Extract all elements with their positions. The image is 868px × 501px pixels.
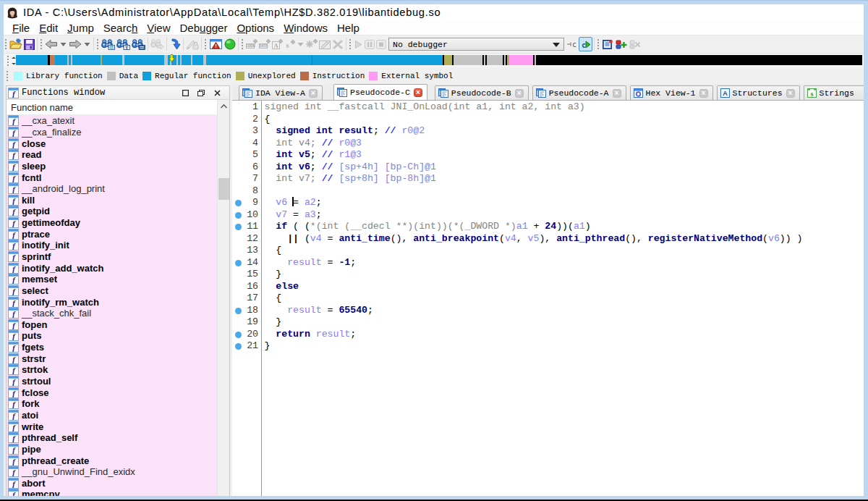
debug-play-icon[interactable] — [353, 37, 364, 51]
function-row[interactable]: f abort — [7, 478, 218, 489]
save-file-icon[interactable] — [23, 37, 35, 51]
combo-dropdown-arrow-icon[interactable] — [553, 43, 560, 47]
code-line[interactable]: 8 — [232, 185, 864, 198]
maximize-button[interactable] — [177, 88, 193, 98]
nav-forward-icon[interactable] — [68, 37, 82, 51]
run-analysis-icon[interactable] — [224, 37, 237, 51]
toolbar-drag-handle[interactable] — [40, 38, 43, 51]
function-row[interactable]: f fork — [7, 398, 218, 410]
make-array-icon[interactable] — [305, 37, 318, 51]
tab-close-icon[interactable]: × — [613, 89, 621, 98]
code-line[interactable]: 18 result = 65540; — [232, 305, 864, 317]
menu-windows[interactable]: Windows — [284, 22, 328, 34]
functions-scrollbar[interactable] — [217, 100, 229, 496]
menu-search[interactable]: Search — [103, 22, 138, 34]
function-row[interactable]: f getpid — [7, 206, 218, 217]
function-row[interactable]: f gettimeofday — [7, 217, 218, 229]
tab-pseudocode-c[interactable]: Pseudocode-C× — [333, 84, 427, 100]
toolbar-drag-handle[interactable] — [349, 38, 352, 51]
code-line[interactable]: 7 int v7; // [sp+8h] [bp-8h]@1 — [232, 173, 864, 185]
segments-list-icon[interactable] — [601, 37, 614, 51]
function-row[interactable]: f write — [7, 421, 218, 432]
tab-pseudocode-b[interactable]: Pseudocode-B× — [435, 85, 529, 100]
code-line[interactable]: 6 int v6; // [sp+4h] [bp-Ch]@1 — [232, 161, 864, 174]
delete-breakpoint-icon[interactable] — [628, 37, 642, 51]
function-row[interactable]: f select — [7, 285, 218, 297]
tab-hex-view-1[interactable]: Hex View-1× — [630, 85, 713, 100]
function-row[interactable]: f puts — [7, 330, 218, 342]
code-line[interactable]: 11 if ( (*(int (__cdecl **)(int))(*(_DWO… — [232, 221, 864, 233]
function-row[interactable]: f sprintf — [7, 251, 218, 263]
menu-options[interactable]: Options — [237, 22, 274, 34]
search-next-icon[interactable] — [150, 37, 165, 51]
scrollbar-thumb[interactable] — [218, 178, 229, 200]
function-row[interactable]: f __android_log_print — [7, 183, 218, 195]
menu-help[interactable]: Help — [337, 22, 359, 34]
function-row[interactable]: f memset — [7, 274, 218, 285]
code-line[interactable]: 12 || (v4 = anti_time(), anti_breakpoint… — [232, 233, 864, 245]
tab-close-icon[interactable]: × — [699, 89, 708, 98]
tab-close-icon[interactable]: × — [786, 89, 795, 98]
function-name-column-header[interactable]: Function name — [7, 100, 218, 115]
menu-view[interactable]: View — [147, 22, 170, 34]
code-line[interactable]: 3 signed int result; // r0@2 — [232, 125, 864, 138]
function-row[interactable]: f strtoul — [7, 376, 218, 387]
function-row[interactable]: f pthread_create — [7, 455, 218, 466]
nav-back-dropdown-icon[interactable] — [59, 37, 68, 51]
code-line[interactable]: 10 v7 = a3; — [232, 209, 864, 222]
undo-lock-icon[interactable] — [185, 37, 200, 51]
legend-drag-handle[interactable] — [6, 70, 9, 83]
code-line[interactable]: 9 v6 = a2; — [232, 197, 864, 209]
function-row[interactable]: f strstr — [7, 353, 218, 364]
navband-position-marker-icon[interactable] — [169, 54, 175, 62]
make-string-icon[interactable]: s — [284, 37, 296, 51]
function-row[interactable]: f memcpy — [7, 489, 218, 496]
function-row[interactable]: f fcntl — [7, 172, 218, 183]
functions-window-titlebar[interactable]: f Functions window — [7, 86, 229, 100]
debug-stop-icon[interactable] — [375, 37, 387, 51]
code-line[interactable]: 4 int v4; // r0@3 — [232, 138, 864, 150]
pseudocode-view[interactable]: 1signed int __fastcall JNI_OnLoad(int a1… — [232, 101, 864, 496]
function-row[interactable]: f pthread_self — [7, 432, 218, 444]
function-row[interactable]: f inotify_add_watch — [7, 262, 218, 274]
search-highlight-icon[interactable] — [131, 37, 146, 51]
quick-run-icon[interactable]: c — [579, 37, 592, 51]
toolbar-drag-handle[interactable] — [4, 38, 8, 51]
code-line[interactable]: 20 return result; — [232, 329, 864, 341]
menu-jump[interactable]: Jump — [67, 22, 94, 34]
title-bar[interactable]: IDA - C:\Users\Administrator\AppData\Loc… — [4, 4, 864, 20]
string-dropdown-icon[interactable] — [296, 37, 305, 51]
search-text-icon[interactable]: T — [116, 37, 131, 51]
function-row[interactable]: f strtok — [7, 364, 218, 376]
function-row[interactable]: f fgets — [7, 342, 218, 353]
toolbar-drag-handle[interactable] — [204, 38, 208, 51]
code-line[interactable]: 21} — [232, 340, 864, 353]
navband-drag-handle[interactable] — [7, 54, 10, 67]
navigation-band[interactable] — [16, 55, 862, 65]
function-row[interactable]: f fopen — [7, 319, 218, 331]
edit-comment-icon[interactable] — [318, 37, 331, 51]
code-line[interactable]: 16 else — [232, 281, 864, 293]
code-line[interactable]: 2{ — [232, 114, 864, 126]
jump-address-icon[interactable] — [169, 37, 182, 51]
function-row[interactable]: f __gnu_Unwind_Find_exidx — [7, 466, 218, 478]
add-breakpoint-icon[interactable] — [614, 37, 628, 51]
function-row[interactable]: f __stack_chk_fail — [7, 308, 218, 319]
menu-debugger[interactable]: Debugger — [180, 22, 228, 34]
function-row[interactable]: f read — [7, 149, 218, 161]
function-row[interactable]: f inotify_init — [7, 240, 218, 251]
make-data-icon[interactable]: DATA — [258, 37, 271, 51]
tab-close-icon[interactable]: × — [309, 89, 318, 98]
code-line[interactable]: 17 { — [232, 292, 864, 305]
code-line[interactable]: 5 int v5; // r1@3 — [232, 149, 864, 161]
debug-pause-icon[interactable] — [364, 37, 375, 51]
nav-forward-dropdown-icon[interactable] — [82, 37, 92, 51]
function-row[interactable]: f __cxa_atexit — [7, 115, 218, 127]
code-line[interactable]: 13 { — [232, 245, 864, 257]
tab-strings[interactable]: s Strings — [804, 85, 864, 100]
function-row[interactable]: f sleep — [7, 161, 218, 172]
function-row[interactable]: f pipe — [7, 444, 218, 455]
close-button[interactable] — [209, 88, 225, 98]
attach-process-icon[interactable]: c — [566, 37, 579, 51]
tab-ida-view-a[interactable]: IDA View-A× — [239, 85, 323, 100]
